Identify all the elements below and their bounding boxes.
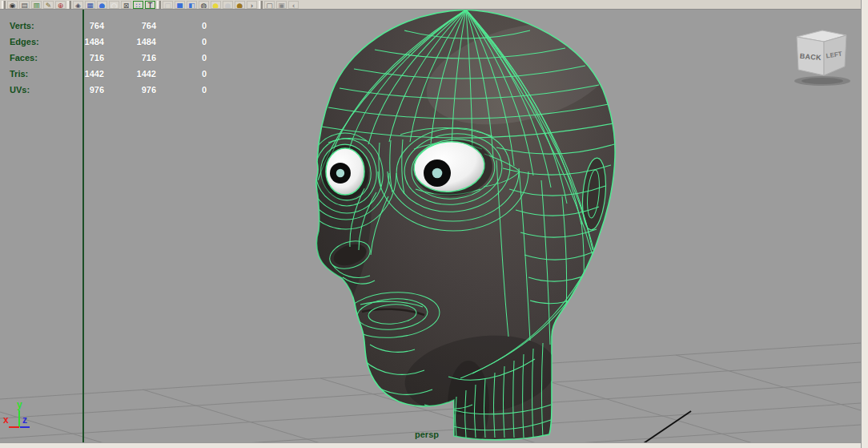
camera-name-label: persp [415, 430, 439, 439]
hud-row-faces: Faces: 716 716 0 [0, 53, 224, 64]
view-cube[interactable]: BACK LEFT [787, 24, 862, 90]
grip-handle[interactable] [157, 1, 161, 9]
window-edge-right [861, 0, 868, 448]
axis-gizmo: y x z [0, 397, 42, 435]
view-cube-shadow [802, 78, 843, 84]
hud-value: 976 [48, 85, 104, 95]
light-on-icon[interactable]: ● [211, 1, 221, 9]
hud-value: 1442 [100, 69, 156, 79]
hypershade-book-icon[interactable]: ▥ [31, 1, 42, 9]
grip-handle[interactable] [67, 1, 71, 9]
hud-value: 716 [100, 53, 156, 63]
wire-cube-icon[interactable]: ▢ [264, 1, 275, 9]
z-axis-label: z [22, 414, 27, 426]
render-settings-zoom-icon[interactable]: ⊕ [55, 1, 66, 9]
grip-handle[interactable] [259, 1, 263, 9]
hud-value: 764 [100, 21, 156, 30]
light-off-icon[interactable]: ● [223, 1, 233, 9]
render-current-frame-icon[interactable]: ◉ [7, 1, 18, 9]
hud-label: Tris: [10, 69, 28, 79]
window-edge-bottom [0, 442, 861, 448]
hud-label: UVs: [10, 85, 30, 95]
expand-arrow-icon[interactable]: › [247, 1, 257, 9]
flat-shade-cube-icon[interactable]: ◧ [187, 1, 197, 9]
edit-pencil-icon[interactable]: ✎ [43, 1, 54, 9]
hud-label: Faces: [10, 53, 38, 63]
hud-value: 0 [151, 37, 207, 46]
no-texture-icon[interactable]: ⊠ [121, 1, 131, 9]
hud-row-edges: Edges: 1484 1484 0 [0, 37, 224, 48]
hud-value: 764 [48, 21, 104, 30]
hud-row-uvs: UVs: 976 976 0 [0, 85, 224, 96]
y-axis-label: y [17, 399, 22, 410]
hud-value: 1484 [100, 37, 156, 46]
film-gate-icon[interactable]: ▦ [85, 1, 95, 9]
particle-display-icon[interactable]: ∷ [133, 1, 143, 9]
material-ball-icon[interactable]: ● [235, 1, 245, 9]
grip-handle[interactable] [2, 1, 6, 9]
default-material-cube-icon[interactable]: ▢ [163, 1, 173, 9]
hud-value: 0 [151, 85, 207, 95]
hud-row-verts: Verts: 764 764 0 [0, 21, 224, 32]
status-line-toolbar: ◉▤▥✎⊕◈▦●○⊠∷T▢■◧◍●●●›▢▣‹ [0, 0, 862, 10]
outline-box-icon[interactable]: ▣ [276, 1, 287, 9]
hud-value: 1442 [48, 69, 104, 79]
textured-sphere-icon[interactable]: ◍ [199, 1, 209, 9]
hud-value: 0 [151, 69, 207, 79]
grid-display-icon[interactable]: ◈ [73, 1, 83, 9]
hud-value: 0 [151, 21, 207, 30]
hud-label: Edges: [10, 37, 39, 46]
copy-tool-settings-icon[interactable]: ▤ [19, 1, 30, 9]
smooth-shade-cube-icon[interactable]: ■ [175, 1, 185, 9]
poly-count-hud: Verts: 764 764 0 Edges: 1484 1484 0 Face… [0, 9, 224, 89]
isolate-select-icon[interactable]: ‹ [288, 1, 299, 9]
wireframe-display-icon[interactable]: ○ [109, 1, 119, 9]
hud-value: 1484 [48, 37, 104, 46]
x-axis-label: x [3, 414, 9, 426]
hud-value: 0 [151, 53, 207, 63]
hud-value: 976 [100, 85, 156, 95]
shaded-display-icon[interactable]: ● [97, 1, 107, 9]
texture-display-icon[interactable]: T [145, 1, 155, 9]
hud-row-tris: Tris: 1442 1442 0 [0, 69, 224, 80]
hud-label: Verts: [10, 21, 34, 30]
hud-value: 716 [48, 53, 104, 63]
